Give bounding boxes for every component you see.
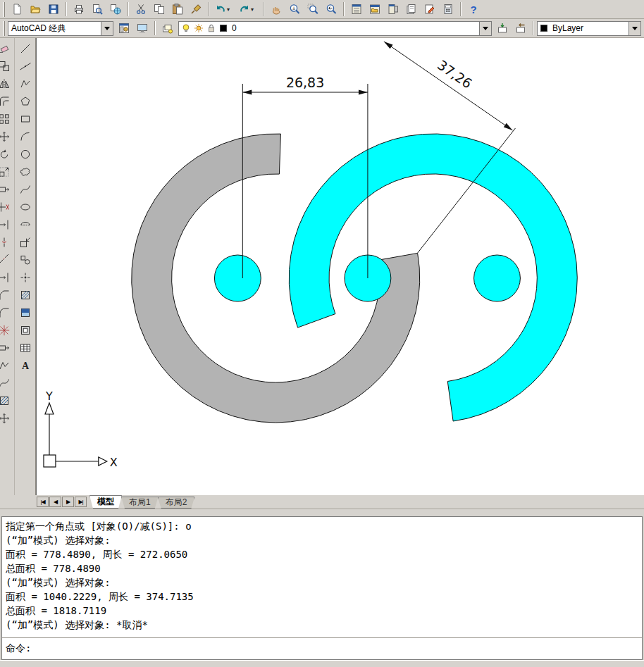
trim-icon[interactable] [0,198,13,216]
open-folder-icon[interactable] [26,1,44,18]
plot-icon[interactable] [70,1,88,18]
fillet-icon[interactable] [0,304,13,321]
tab-model[interactable]: 模型 [89,495,122,509]
drawing-canvas[interactable]: 26,83 37,26 Y X [36,38,644,495]
tab-last-button[interactable]: ▶| [75,497,87,507]
construction-line-icon[interactable] [16,57,35,75]
lengthen-icon[interactable] [0,339,13,356]
chamfer-icon[interactable] [0,286,13,304]
chevron-down-icon [483,27,488,30]
designcenter-icon[interactable] [366,1,384,18]
array-icon[interactable] [0,110,13,127]
display-config-icon[interactable] [133,20,151,37]
spline-icon[interactable] [16,180,35,198]
align-icon[interactable] [0,409,13,427]
circle-icon[interactable] [16,145,35,163]
stretch-icon[interactable] [0,180,13,198]
insert-block-icon[interactable] [16,233,35,251]
break-at-point-icon[interactable] [0,233,13,251]
tab-layout2[interactable]: 布局2 [158,497,195,509]
command-history[interactable]: 指定第一个角点或 [对象(O)/减(S)]: o(“加”模式) 选择对象:面积 … [2,517,642,638]
offset-icon[interactable] [0,92,13,110]
ellipse-arc-icon[interactable] [16,216,35,233]
chevron-down-icon[interactable]: ▾ [251,6,254,13]
layer-freeze-sun-icon[interactable] [193,23,204,34]
region-icon[interactable] [16,321,35,339]
chevron-down-icon[interactable]: ▾ [227,6,230,13]
table-icon[interactable] [16,339,35,356]
extend-icon[interactable] [0,216,13,233]
multiline-text-icon[interactable]: A [16,356,35,374]
toolbar-separator [460,2,462,16]
point-icon[interactable] [16,268,35,286]
toolbar-grip[interactable] [3,21,5,36]
hole-circle-right[interactable] [474,255,521,301]
workspace-settings-icon[interactable] [115,20,133,37]
save-icon[interactable] [44,1,63,18]
cut-icon[interactable] [132,1,150,18]
explode-icon[interactable] [0,321,13,339]
layer-properties-icon[interactable] [159,20,177,37]
pan-icon[interactable] [267,1,285,18]
move-icon[interactable] [0,127,13,145]
command-history-line: (“加”模式) 选择对象: *取消* [6,618,638,632]
layer-previous-icon[interactable] [512,20,530,37]
help-icon[interactable]: ? [464,1,483,18]
zoom-previous-icon[interactable] [322,1,340,18]
revision-cloud-icon[interactable] [16,163,35,180]
layer-on-bulb-icon[interactable] [180,23,192,34]
command-splitter[interactable] [0,509,644,516]
rotate-icon[interactable] [0,145,13,163]
command-prompt[interactable]: 命令: [2,638,642,659]
hole-circle-left[interactable] [214,255,261,301]
copy-object-icon[interactable] [0,57,13,75]
toolbar-grip[interactable] [3,2,5,17]
gradient-icon[interactable] [16,304,35,321]
layer-color-swatch[interactable] [220,25,227,32]
copy-icon[interactable] [150,1,168,18]
edit-hatch-icon[interactable] [0,392,13,409]
join-icon[interactable] [0,268,13,286]
paste-icon[interactable] [168,1,187,18]
new-file-icon[interactable] [8,1,26,18]
arc-icon[interactable] [16,127,35,145]
properties-icon[interactable] [347,1,366,18]
color-combo[interactable]: ByLayer [537,21,641,36]
break-icon[interactable] [0,251,13,268]
scale-icon[interactable] [0,163,13,180]
tab-layout1[interactable]: 布局1 [121,497,159,509]
match-properties-icon[interactable] [187,1,205,18]
mirror-icon[interactable] [0,75,13,92]
layer-combo-arrow[interactable] [479,22,491,35]
edit-spline-icon[interactable] [0,374,13,392]
tool-palettes-icon[interactable] [384,1,402,18]
sheet-set-manager-icon[interactable] [402,1,421,18]
polyline-icon[interactable] [16,75,35,92]
undo-icon[interactable]: ▾ [212,1,236,18]
tab-first-button[interactable]: |◀ [37,497,49,507]
erase-icon[interactable] [0,39,13,57]
tab-next-button[interactable]: ▶ [62,497,74,507]
command-history-line: 面积 = 778.4890, 周长 = 272.0650 [6,547,638,561]
make-block-icon[interactable] [16,251,35,268]
polygon-icon[interactable] [16,92,35,110]
edit-polyline-icon[interactable] [0,356,13,374]
zoom-window-icon[interactable] [304,1,322,18]
plot-preview-icon[interactable] [88,1,106,18]
line-icon[interactable] [16,39,35,57]
layer-combo[interactable]: 0 [178,21,492,36]
ellipse-icon[interactable] [16,198,35,216]
layer-lock-icon[interactable] [206,23,217,34]
workspace-combo[interactable]: AutoCAD 经典 [8,21,113,36]
make-object-layer-current-icon[interactable] [493,20,512,37]
publish-icon[interactable] [106,1,125,18]
hatch-icon[interactable] [16,286,35,304]
color-combo-arrow[interactable] [628,22,640,35]
markup-icon[interactable] [421,1,439,18]
tab-prev-button[interactable]: ◀ [49,497,61,507]
workspace-combo-arrow[interactable] [101,22,113,35]
rectangle-icon[interactable] [16,110,35,127]
quickcalc-icon[interactable] [439,1,457,18]
redo-icon[interactable]: ▾ [236,1,260,18]
zoom-realtime-icon[interactable]: ± [285,1,304,18]
